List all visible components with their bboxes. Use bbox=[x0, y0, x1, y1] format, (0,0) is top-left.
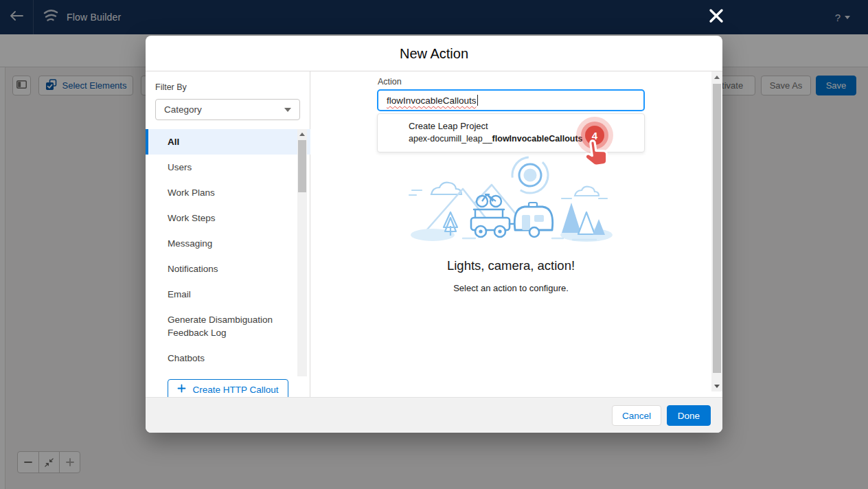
action-search-value: flowInvocableCallouts bbox=[387, 95, 477, 106]
action-search-input[interactable]: flowInvocableCallouts bbox=[377, 89, 645, 111]
suggestion-title: Create Leap Project bbox=[409, 121, 488, 131]
chevron-down-icon bbox=[284, 108, 291, 112]
category-item-work-plans[interactable]: Work Plans bbox=[146, 180, 310, 205]
category-item-work-steps[interactable]: Work Steps bbox=[146, 205, 310, 231]
scrollbar-thumb[interactable] bbox=[713, 84, 721, 373]
text-caret bbox=[477, 95, 478, 106]
camping-illustration bbox=[408, 155, 614, 244]
scroll-up-arrow-icon[interactable] bbox=[714, 76, 720, 79]
action-panel: Action flowInvocableCallouts Create Leap… bbox=[310, 71, 722, 397]
cancel-label: Cancel bbox=[622, 411, 651, 421]
done-label: Done bbox=[678, 411, 700, 421]
create-http-callout-button[interactable]: Create HTTP Callout bbox=[168, 379, 288, 397]
plus-icon bbox=[177, 384, 186, 395]
category-item-generate-disambiguation-feedback-log[interactable]: Generate Disambiguation Feedback Log bbox=[146, 307, 310, 345]
new-action-modal: New Action Filter By Category All Users … bbox=[146, 36, 722, 433]
category-list: All Users Work Plans Work Steps Messagin… bbox=[146, 129, 310, 376]
category-list-scrollbar[interactable] bbox=[297, 129, 307, 376]
category-item-email[interactable]: Email bbox=[146, 282, 310, 307]
scrollbar-thumb[interactable] bbox=[298, 140, 306, 192]
filter-category-select[interactable]: Category bbox=[155, 99, 300, 120]
category-item-messaging[interactable]: Messaging bbox=[146, 231, 310, 256]
modal-body: Filter By Category All Users Work Plans … bbox=[146, 71, 722, 397]
action-field-label: Action bbox=[378, 77, 402, 87]
cancel-button[interactable]: Cancel bbox=[612, 405, 661, 426]
action-suggestion-dropdown: Create Leap Project apex-documill_leap__… bbox=[377, 113, 645, 152]
scroll-down-arrow-icon[interactable] bbox=[714, 385, 720, 388]
close-button[interactable] bbox=[706, 5, 727, 26]
modal-footer: Cancel Done bbox=[146, 397, 722, 433]
category-item-users[interactable]: Users bbox=[146, 155, 310, 180]
suggestion-create-leap-project[interactable]: Create Leap Project apex-documill_leap__… bbox=[378, 114, 644, 152]
category-item-chatbots[interactable]: Chatbots bbox=[146, 345, 310, 371]
modal-title: New Action bbox=[146, 36, 722, 71]
modal-header: New Action bbox=[146, 36, 722, 71]
done-button[interactable]: Done bbox=[667, 405, 711, 426]
category-item-notifications[interactable]: Notifications bbox=[146, 256, 310, 282]
modal-body-scrollbar[interactable] bbox=[711, 71, 722, 391]
close-icon bbox=[707, 7, 725, 25]
category-panel: Filter By Category All Users Work Plans … bbox=[146, 71, 310, 397]
filter-by-label: Filter By bbox=[155, 82, 187, 92]
create-http-callout-label: Create HTTP Callout bbox=[192, 385, 278, 395]
scroll-up-arrow-icon[interactable] bbox=[299, 133, 305, 136]
empty-state-heading: Lights, camera, action! bbox=[310, 258, 711, 273]
empty-state-subtext: Select an action to configure. bbox=[310, 283, 711, 293]
suggestion-api-name: apex-documill_leap__flowInvocableCallout… bbox=[409, 134, 583, 144]
filter-category-value: Category bbox=[164, 104, 202, 115]
category-item-all[interactable]: All bbox=[146, 129, 310, 155]
flow-builder-screen: Flow Builder ? Select Elements Acti bbox=[0, 0, 868, 489]
